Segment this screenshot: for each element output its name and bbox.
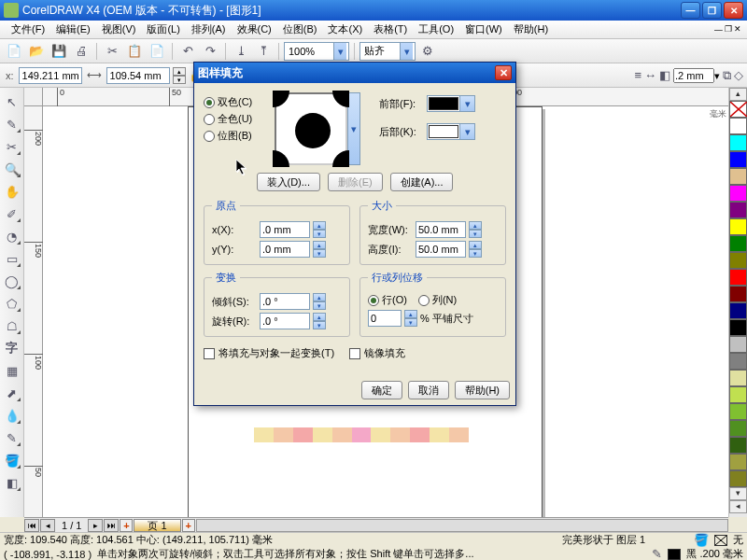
color-swatch-0[interactable]: [729, 118, 747, 134]
options-button[interactable]: ⚙: [417, 41, 438, 62]
last-page-button[interactable]: ⏭: [104, 519, 119, 532]
pick-tool[interactable]: ↖: [2, 91, 22, 112]
fill-tool[interactable]: 🪣: [2, 450, 22, 470]
tile-height-input[interactable]: [416, 241, 466, 258]
color-swatch-2[interactable]: [729, 151, 747, 168]
tile-width-input[interactable]: [416, 221, 466, 238]
color-swatch-1[interactable]: [729, 134, 747, 151]
width-input[interactable]: [106, 67, 170, 84]
new-button[interactable]: 📄: [4, 41, 24, 62]
origin-x-spinner[interactable]: ▴▾: [313, 221, 326, 238]
zoom-tool[interactable]: 🔍: [2, 159, 22, 179]
mdi-close-button[interactable]: ✕: [734, 24, 740, 34]
front-color-combo[interactable]: ▾: [427, 95, 475, 112]
menu-effects[interactable]: 效果(C): [232, 21, 277, 38]
table-tool[interactable]: ▦: [2, 360, 22, 381]
back-color-combo[interactable]: ▾: [427, 123, 475, 140]
full-color-radio[interactable]: [204, 114, 215, 125]
palette-up[interactable]: ▴: [729, 88, 747, 101]
print-button[interactable]: 🖨: [71, 41, 92, 62]
origin-x-input[interactable]: [260, 221, 310, 238]
outline-tool[interactable]: ✎: [2, 427, 22, 448]
polygon-tool[interactable]: ⬠: [2, 293, 22, 314]
arrowhead-button[interactable]: ↔: [644, 68, 656, 82]
no-color-swatch[interactable]: [729, 101, 747, 118]
color-swatch-4[interactable]: [729, 185, 747, 202]
ellipse-tool[interactable]: ◯: [2, 271, 22, 291]
color-swatch-21[interactable]: [729, 470, 747, 487]
origin-y-input[interactable]: [260, 241, 310, 258]
tile-width-spinner[interactable]: ▴▾: [469, 221, 482, 238]
two-color-radio[interactable]: [204, 97, 215, 108]
interactive-fill-tool[interactable]: ◧: [2, 472, 22, 493]
minimize-button[interactable]: —: [681, 2, 700, 19]
menu-window[interactable]: 窗口(W): [459, 21, 508, 38]
menu-tools[interactable]: 工具(O): [413, 21, 459, 38]
rectangle-tool[interactable]: ▭: [2, 248, 22, 269]
x-position-input[interactable]: [19, 67, 82, 84]
wrap-button[interactable]: ⧉: [723, 68, 731, 83]
outline-style-button[interactable]: ≡: [634, 68, 641, 82]
fill-indicator-icon[interactable]: 🪣: [694, 533, 709, 547]
color-swatch-17[interactable]: [729, 403, 747, 420]
smart-fill-tool[interactable]: ◔: [2, 226, 22, 246]
row-offset-radio[interactable]: [368, 295, 379, 306]
snap-combo[interactable]: 贴齐▾: [359, 42, 416, 61]
palette-down[interactable]: ▾: [729, 487, 747, 500]
rotate-spinner[interactable]: ▴▾: [313, 313, 326, 329]
width-spinner[interactable]: ▴▾: [173, 67, 186, 84]
color-swatch-11[interactable]: [729, 302, 747, 319]
first-page-button[interactable]: ⏮: [24, 519, 39, 532]
mirror-fill-checkbox[interactable]: [349, 348, 360, 359]
offset-input[interactable]: [368, 310, 402, 327]
palette-flyout[interactable]: ◂: [729, 500, 747, 513]
color-swatch-14[interactable]: [729, 353, 747, 370]
menu-edit[interactable]: 编辑(E): [50, 21, 96, 38]
menu-bitmap[interactable]: 位图(B): [277, 21, 323, 38]
undo-button[interactable]: ↶: [177, 41, 198, 62]
dialog-titlebar[interactable]: 图样填充 ✕: [194, 63, 515, 83]
outline-indicator-icon[interactable]: ✎: [652, 547, 662, 560]
paste-button[interactable]: 📄: [147, 41, 167, 62]
convert-button[interactable]: ◇: [734, 68, 743, 82]
color-swatch-6[interactable]: [729, 218, 747, 235]
color-swatch-18[interactable]: [729, 420, 747, 437]
color-swatch-19[interactable]: [729, 437, 747, 454]
cut-button[interactable]: ✂: [102, 41, 122, 62]
color-swatch-16[interactable]: [729, 386, 747, 403]
pattern-picker-arrow[interactable]: ▾: [347, 92, 360, 165]
create-button[interactable]: 创建(A)...: [390, 173, 454, 191]
skew-input[interactable]: [260, 293, 310, 310]
basic-shapes-tool[interactable]: ☖: [2, 315, 22, 336]
load-button[interactable]: 装入(D)...: [257, 173, 320, 191]
mdi-restore-button[interactable]: ❐: [725, 24, 732, 34]
color-swatch-3[interactable]: [729, 168, 747, 185]
menu-layout[interactable]: 版面(L): [141, 21, 185, 38]
pattern-preview[interactable]: [275, 92, 347, 165]
color-swatch-8[interactable]: [729, 252, 747, 269]
open-button[interactable]: 📂: [26, 41, 47, 62]
import-button[interactable]: ⤓: [231, 41, 251, 62]
vertical-ruler[interactable]: 200 150 100 50: [24, 106, 43, 517]
outline-width-combo[interactable]: ▾: [673, 68, 720, 83]
next-page-button[interactable]: ▸: [88, 519, 103, 532]
color-swatch-12[interactable]: [729, 319, 747, 336]
transform-with-object-checkbox[interactable]: [204, 348, 215, 359]
skew-spinner[interactable]: ▴▾: [313, 293, 326, 310]
page-tab-1[interactable]: 页 1: [134, 519, 180, 532]
color-swatch-20[interactable]: [729, 454, 747, 470]
cancel-button[interactable]: 取消: [408, 381, 449, 399]
export-button[interactable]: ⤒: [253, 41, 274, 62]
color-swatch-9[interactable]: [729, 269, 747, 286]
menu-table[interactable]: 表格(T): [368, 21, 413, 38]
close-button[interactable]: ✕: [724, 2, 743, 19]
save-button[interactable]: 💾: [49, 41, 69, 62]
add-page-after-button[interactable]: +: [182, 519, 195, 532]
ruler-origin[interactable]: [24, 88, 43, 106]
color-swatch-10[interactable]: [729, 286, 747, 302]
color-swatch-7[interactable]: [729, 235, 747, 252]
rotate-input[interactable]: [260, 313, 310, 329]
hand-tool[interactable]: ✋: [2, 181, 22, 202]
offset-spinner[interactable]: ▴▾: [404, 310, 417, 327]
mdi-minimize-button[interactable]: —: [714, 25, 723, 35]
